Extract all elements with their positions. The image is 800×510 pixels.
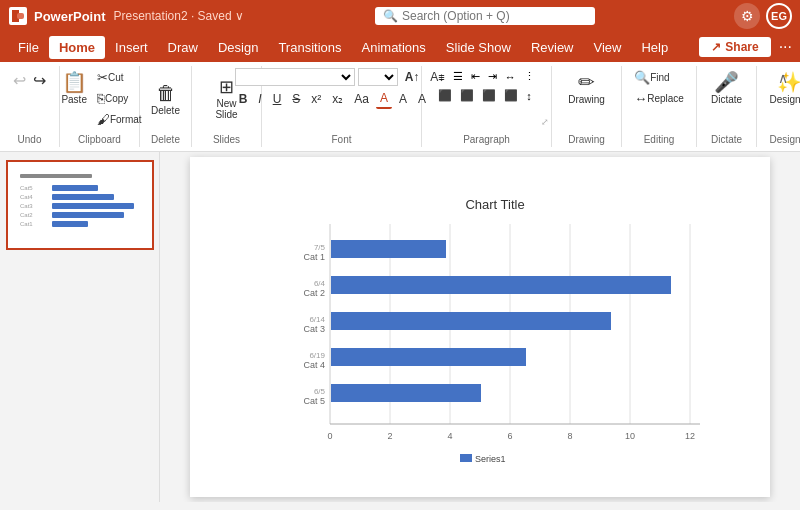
slide-thumb-content: Cat5 Cat4 Cat3 Cat2 Cat1 xyxy=(8,162,152,248)
svg-text:Cat 1: Cat 1 xyxy=(303,252,325,262)
decrease-indent-button[interactable]: ⇤ xyxy=(468,68,483,85)
svg-text:6: 6 xyxy=(507,431,512,441)
menu-draw[interactable]: Draw xyxy=(158,36,208,59)
ribbon-group-clipboard: 📋 Paste ✂ Cut ⎘ Copy 🖌 Format Clipboard xyxy=(60,66,140,147)
menu-help[interactable]: Help xyxy=(631,36,678,59)
align-right-button[interactable]: ⬛ xyxy=(479,87,499,104)
paragraph-expand-button[interactable]: ⤢ xyxy=(541,117,549,127)
search-box[interactable]: 🔍 xyxy=(375,7,595,25)
text-direction-button[interactable]: ↔ xyxy=(502,69,519,85)
editing-group-label: Editing xyxy=(644,130,675,145)
clipboard-group-label: Clipboard xyxy=(78,130,121,145)
subscript-button[interactable]: x₂ xyxy=(328,90,347,108)
line-spacing-button[interactable]: ↕ xyxy=(523,88,535,104)
menu-insert[interactable]: Insert xyxy=(105,36,158,59)
menu-transitions[interactable]: Transitions xyxy=(268,36,351,59)
undo-button[interactable]: ↩ xyxy=(10,68,29,93)
slide-main-view: Chart Title Cat 5 6/5 xyxy=(160,152,800,502)
font-group-label: Font xyxy=(331,130,351,145)
replace-button[interactable]: ↔ Replace xyxy=(629,89,689,108)
menu-animations[interactable]: Animations xyxy=(352,36,436,59)
align-left-button[interactable]: ⬛ xyxy=(435,87,455,104)
increase-indent-button[interactable]: ⇥ xyxy=(485,68,500,85)
bar-cat5[interactable] xyxy=(331,384,481,402)
thumb-row-3: Cat3 xyxy=(20,203,140,209)
italic-button[interactable]: I xyxy=(254,90,265,108)
numbering-button[interactable]: ☰ xyxy=(450,68,466,85)
menu-slideshow[interactable]: Slide Show xyxy=(436,36,521,59)
ribbon: ↩ ↪ Undo 📋 Paste ✂ Cut ⎘ Copy xyxy=(0,62,800,152)
dictate-group-label: Dictate xyxy=(711,130,742,145)
search-input[interactable] xyxy=(402,9,572,23)
bold-button[interactable]: B xyxy=(235,90,252,108)
slide-thumbnail-1[interactable]: Cat5 Cat4 Cat3 Cat2 Cat1 xyxy=(6,160,154,250)
redo-button[interactable]: ↪ xyxy=(30,68,49,93)
right-controls: ⚙ EG xyxy=(734,3,792,29)
copy-button[interactable]: ⎘ Copy xyxy=(95,89,144,108)
ribbon-group-paragraph: ≡ ☰ ⇤ ⇥ ↔ ⋮ ⬛ ⬛ ⬛ ⬛ ↕ ⤢ Paragraph xyxy=(422,66,552,147)
find-icon: 🔍 xyxy=(634,70,650,85)
app-name: PowerPoint xyxy=(34,9,106,24)
superscript-button[interactable]: x² xyxy=(307,90,325,108)
menu-file[interactable]: File xyxy=(8,36,49,59)
menu-review[interactable]: Review xyxy=(521,36,584,59)
legend-label: Series1 xyxy=(475,454,506,464)
app-icon xyxy=(8,6,28,26)
svg-text:Cat 4: Cat 4 xyxy=(303,360,325,370)
menu-home[interactable]: Home xyxy=(49,36,105,59)
svg-text:Cat 3: Cat 3 xyxy=(303,324,325,334)
find-button[interactable]: 🔍 Find xyxy=(629,68,674,87)
paste-button[interactable]: 📋 Paste xyxy=(55,68,93,109)
thumb-row-5: Cat1 xyxy=(20,221,140,227)
slide-canvas[interactable]: Chart Title Cat 5 6/5 xyxy=(190,157,770,497)
svg-text:Cat 2: Cat 2 xyxy=(303,288,325,298)
bullets-button[interactable]: ≡ xyxy=(435,69,447,85)
dictate-button[interactable]: 🎤 Dictate xyxy=(705,68,748,109)
title-bar: PowerPoint Presentation2 · Saved ∨ 🔍 ⚙ E… xyxy=(0,0,800,32)
format-painter-button[interactable]: 🖌 Format xyxy=(95,110,144,129)
bar-cat3[interactable] xyxy=(331,312,611,330)
strikethrough-button[interactable]: S xyxy=(288,90,304,108)
menu-design[interactable]: Design xyxy=(208,36,268,59)
thumb-chart: Cat5 Cat4 Cat3 Cat2 Cat1 xyxy=(16,170,144,231)
settings-button[interactable]: ⚙ xyxy=(734,3,760,29)
drawing-button[interactable]: ✏ Drawing xyxy=(562,68,611,109)
font-grow-button[interactable]: A↑ xyxy=(401,68,424,86)
user-avatar-button[interactable]: EG xyxy=(766,3,792,29)
thumb-title xyxy=(20,174,92,178)
bar-cat1[interactable] xyxy=(331,240,446,258)
align-center-button[interactable]: ⬛ xyxy=(457,87,477,104)
columns-button[interactable]: ⋮ xyxy=(521,68,538,85)
highlight-button[interactable]: A xyxy=(395,90,411,108)
delete-group-label: Delete xyxy=(151,130,180,145)
ribbon-collapse-button[interactable]: ∧ xyxy=(774,66,792,90)
more-menu-button[interactable]: ··· xyxy=(779,38,792,56)
font-name-select[interactable] xyxy=(235,68,355,86)
copy-icon: ⎘ xyxy=(97,91,105,106)
svg-text:6/14: 6/14 xyxy=(309,315,325,324)
change-case-button[interactable]: Aa xyxy=(350,90,373,108)
svg-text:12: 12 xyxy=(685,431,695,441)
delete-button[interactable]: 🗑 Delete xyxy=(145,79,186,120)
font-color-button[interactable]: A xyxy=(376,89,392,109)
svg-text:0: 0 xyxy=(327,431,332,441)
new-slide-icon: ⊞ xyxy=(219,78,234,96)
menu-view[interactable]: View xyxy=(584,36,632,59)
bar-chart-svg[interactable]: Cat 5 6/5 Cat 4 6/19 Cat 3 6/14 Cat 2 6/… xyxy=(270,224,730,464)
share-button[interactable]: ↗ Share xyxy=(699,37,770,57)
ribbon-group-delete: 🗑 Delete Delete xyxy=(140,66,192,147)
cut-icon: ✂ xyxy=(97,70,108,85)
bar-cat4[interactable] xyxy=(331,348,526,366)
share-icon: ↗ xyxy=(711,40,721,54)
font-size-select[interactable] xyxy=(358,68,398,86)
cut-button[interactable]: ✂ Cut xyxy=(95,68,144,87)
file-name: Presentation2 · Saved ∨ xyxy=(114,9,244,23)
justify-button[interactable]: ⬛ xyxy=(501,87,521,104)
bar-cat2[interactable] xyxy=(331,276,671,294)
search-icon: 🔍 xyxy=(383,9,398,23)
svg-text:6/19: 6/19 xyxy=(309,351,325,360)
slide-list: 1 Cat5 Cat4 Cat3 Cat2 Cat1 xyxy=(6,160,153,250)
underline-button[interactable]: U xyxy=(269,90,286,108)
svg-text:4: 4 xyxy=(447,431,452,441)
chart-container[interactable]: Chart Title Cat 5 6/5 xyxy=(210,177,750,477)
